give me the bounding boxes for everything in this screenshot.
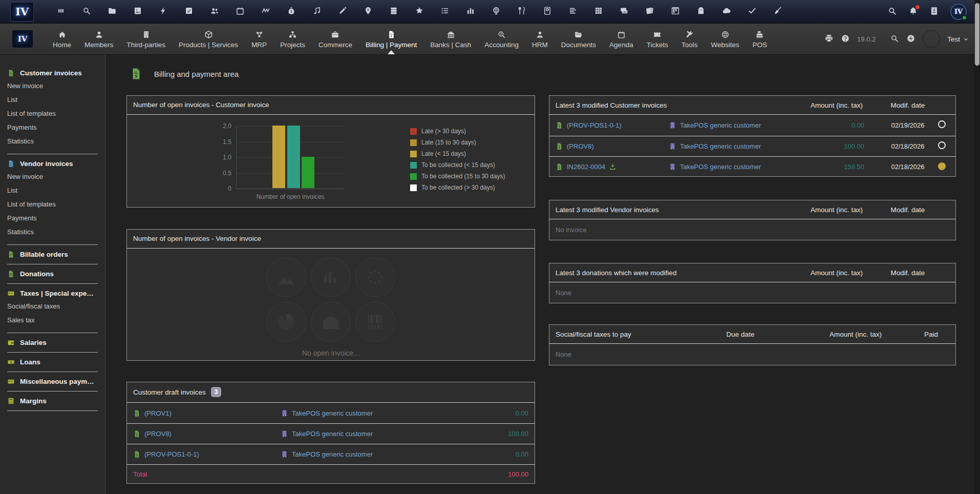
- scrollbar-thumb[interactable]: [975, 3, 979, 66]
- contact-card-icon[interactable]: [929, 6, 939, 17]
- quick-add-icon[interactable]: [906, 34, 915, 45]
- invoice-ref-link[interactable]: (PROV-POS1-0-1): [144, 450, 199, 458]
- app-shortcut-star-c[interactable]: [407, 6, 432, 17]
- app-shortcut-banknotes[interactable]: [611, 6, 637, 17]
- customer-link[interactable]: TakePOS generic customer: [292, 409, 373, 417]
- customer-link[interactable]: TakePOS generic customer: [680, 121, 761, 129]
- sidebar-item-social-fiscal-taxes[interactable]: Social/fiscal taxes: [6, 299, 99, 313]
- sidebar-item-payments[interactable]: Payments: [6, 211, 99, 225]
- sidebar-item-payments[interactable]: Payments: [6, 120, 99, 134]
- menu-mrp[interactable]: MRP: [245, 24, 273, 54]
- sidebar-item-statistics[interactable]: Statistics: [6, 134, 99, 148]
- app-shortcut-stack[interactable]: [381, 6, 407, 17]
- dome-chart-icon: [319, 311, 342, 333]
- sidebar-heading-margins[interactable]: Margins: [7, 397, 99, 405]
- menu-billing-payment[interactable]: Billing | Payment: [359, 24, 423, 54]
- print-icon[interactable]: [824, 34, 834, 45]
- app-shortcut-broom[interactable]: [765, 6, 791, 17]
- menu-third-parties[interactable]: Third-parties: [120, 24, 172, 54]
- user-menu[interactable]: Test: [947, 35, 969, 43]
- menu-hrm[interactable]: HRM: [525, 24, 555, 54]
- sidebar-item-new-invoice[interactable]: New invoice: [6, 170, 99, 183]
- customer-link[interactable]: TakePOS generic customer: [292, 430, 373, 438]
- download-document[interactable]: [609, 163, 616, 171]
- customer-link[interactable]: TakePOS generic customer: [680, 142, 761, 150]
- app-shortcut-kanban[interactable]: [663, 6, 688, 17]
- menu-pos[interactable]: POS: [746, 24, 774, 54]
- help-icon[interactable]: [841, 34, 850, 45]
- page-scrollbar[interactable]: [974, 0, 980, 494]
- user-avatar[interactable]: [923, 30, 940, 48]
- none-text: None: [549, 282, 955, 303]
- menu-tools[interactable]: Tools: [675, 24, 705, 54]
- app-shortcut-globe-stand[interactable]: [483, 6, 509, 17]
- app-shortcut-calendar[interactable]: [227, 6, 253, 17]
- sidebar-item-new-invoice[interactable]: New invoice: [6, 79, 99, 93]
- app-shortcut-money-bag[interactable]: [279, 6, 304, 17]
- sidebar-item-list[interactable]: List: [6, 93, 99, 107]
- app-shortcut-scale[interactable]: [535, 6, 560, 17]
- app-shortcut-bar-chart[interactable]: [458, 6, 483, 17]
- sidebar-heading-vendor-invoices[interactable]: Vendor invoices: [7, 160, 99, 168]
- menu-members[interactable]: Members: [78, 24, 120, 54]
- app-shortcut-align-left[interactable]: [560, 6, 586, 17]
- menu-agenda[interactable]: Agenda: [603, 24, 640, 54]
- customer-link[interactable]: TakePOS generic customer: [680, 163, 761, 171]
- sidebar-heading-donations[interactable]: Donations: [7, 270, 99, 278]
- sidebar-heading-loans[interactable]: Loans: [7, 358, 99, 366]
- sidebar-heading-miscellaneous-paym[interactable]: Miscellaneous paym…: [7, 378, 99, 385]
- search-icon[interactable]: [890, 34, 899, 45]
- company-avatar[interactable]: IV: [950, 4, 967, 20]
- invoice-ref-link[interactable]: IN2602-0004: [567, 163, 605, 171]
- app-shortcut-users[interactable]: [202, 6, 227, 17]
- app-shortcut-photo-cards[interactable]: [637, 6, 663, 17]
- invoice-ref-link[interactable]: (PROV-POS1-0-1): [567, 121, 622, 129]
- sidebar-heading-customer-invoices[interactable]: Customer invoices: [7, 69, 99, 77]
- menu-websites[interactable]: Websites: [704, 24, 745, 54]
- app-shortcut-restaurant[interactable]: [509, 6, 535, 17]
- map-pin-icon: [364, 6, 373, 15]
- menu-projects[interactable]: Projects: [273, 24, 312, 54]
- app-shortcut-stats-wave[interactable]: [253, 6, 279, 17]
- app-shortcut-map-pin[interactable]: [355, 6, 381, 17]
- menu-commerce[interactable]: Commerce: [312, 24, 359, 54]
- app-shortcut-table-grid[interactable]: [586, 6, 611, 17]
- menu-accounting[interactable]: Accounting: [478, 24, 525, 54]
- global-search-icon[interactable]: [887, 6, 897, 17]
- app-shortcut-bolt[interactable]: [151, 6, 176, 17]
- sidebar-item-sales-tax[interactable]: Sales tax: [6, 313, 99, 327]
- sidebar-heading-taxes-special-expe[interactable]: Taxes | Special expe…: [7, 290, 99, 297]
- menu-documents[interactable]: Documents: [555, 24, 603, 54]
- sidebar-heading-billable-orders[interactable]: Billable orders: [7, 251, 99, 258]
- menu-logo[interactable]: IV: [12, 30, 33, 48]
- app-shortcut-apps-grid[interactable]: [48, 6, 74, 17]
- invoice-ref-link[interactable]: (PROV8): [567, 142, 594, 150]
- customer-link[interactable]: TakePOS generic customer: [292, 450, 373, 458]
- legend-item: To be collected (15 to 30 days): [410, 171, 505, 182]
- app-shortcut-check-square[interactable]: [176, 6, 202, 17]
- sidebar-item-list[interactable]: List: [6, 183, 99, 197]
- draft-invoice-rows: (PROV1) TakePOS generic customer 0.00 (P…: [127, 403, 535, 464]
- app-logo[interactable]: IV: [10, 2, 34, 22]
- menu-tickets[interactable]: Tickets: [640, 24, 675, 54]
- app-shortcut-bullet-list[interactable]: [432, 6, 458, 17]
- app-shortcut-music[interactable]: [304, 6, 330, 17]
- app-shortcut-image[interactable]: [125, 6, 151, 17]
- menu-home[interactable]: Home: [46, 24, 78, 54]
- invoice-ref-link[interactable]: (PROV1): [144, 409, 172, 417]
- sidebar-item-list-of-templates[interactable]: List of templates: [6, 197, 99, 211]
- app-shortcut-ghost[interactable]: [688, 6, 714, 17]
- app-shortcut-checkmark[interactable]: [739, 6, 765, 17]
- cloud-icon: [722, 6, 731, 15]
- app-shortcut-cloud[interactable]: [714, 6, 739, 17]
- app-shortcut-search[interactable]: [74, 6, 99, 17]
- sidebar-item-statistics[interactable]: Statistics: [6, 225, 99, 239]
- app-shortcut-pencil[interactable]: [330, 6, 355, 17]
- notifications-bell-icon[interactable]: [908, 6, 918, 17]
- sidebar-item-list-of-templates[interactable]: List of templates: [6, 107, 99, 120]
- menu-products-services[interactable]: Products | Services: [172, 24, 245, 54]
- sidebar-heading-salaries[interactable]: Salaries: [7, 339, 99, 346]
- invoice-ref-link[interactable]: (PROV8): [144, 430, 172, 438]
- menu-banks-cash[interactable]: Banks | Cash: [423, 24, 478, 54]
- app-shortcut-folder[interactable]: [99, 6, 125, 17]
